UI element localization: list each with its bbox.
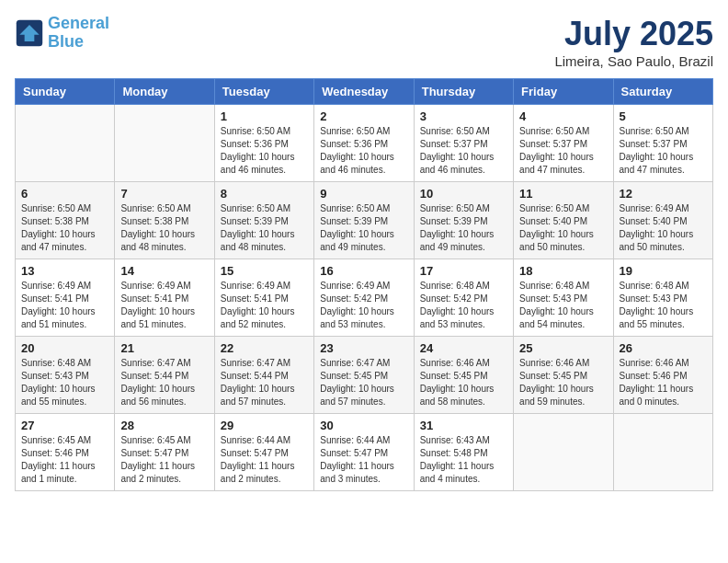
calendar-cell: 1Sunrise: 6:50 AM Sunset: 5:36 PM Daylig… (214, 105, 313, 182)
calendar-cell: 6Sunrise: 6:50 AM Sunset: 5:38 PM Daylig… (16, 182, 115, 259)
calendar-cell (514, 414, 613, 491)
day-info: Sunrise: 6:44 AM Sunset: 5:47 PM Dayligh… (221, 434, 308, 486)
calendar-cell: 11Sunrise: 6:50 AM Sunset: 5:40 PM Dayli… (514, 182, 613, 259)
calendar-cell: 5Sunrise: 6:50 AM Sunset: 5:37 PM Daylig… (613, 105, 712, 182)
location: Limeira, Sao Paulo, Brazil (554, 53, 713, 69)
calendar-cell: 27Sunrise: 6:45 AM Sunset: 5:46 PM Dayli… (16, 414, 115, 491)
calendar-cell: 13Sunrise: 6:49 AM Sunset: 5:41 PM Dayli… (16, 259, 115, 337)
day-number: 24 (420, 341, 507, 355)
calendar-week-5: 27Sunrise: 6:45 AM Sunset: 5:46 PM Dayli… (16, 414, 713, 491)
day-info: Sunrise: 6:50 AM Sunset: 5:37 PM Dayligh… (519, 125, 607, 177)
day-number: 28 (120, 419, 208, 432)
calendar-cell: 25Sunrise: 6:46 AM Sunset: 5:45 PM Dayli… (514, 337, 613, 414)
calendar-cell: 23Sunrise: 6:47 AM Sunset: 5:45 PM Dayli… (314, 337, 414, 414)
day-info: Sunrise: 6:49 AM Sunset: 5:42 PM Dayligh… (320, 280, 407, 331)
weekday-header-friday: Friday (514, 79, 613, 105)
day-number: 18 (519, 264, 607, 278)
day-info: Sunrise: 6:45 AM Sunset: 5:47 PM Dayligh… (120, 434, 208, 486)
day-info: Sunrise: 6:50 AM Sunset: 5:37 PM Dayligh… (620, 125, 707, 177)
day-number: 8 (221, 187, 308, 201)
calendar-cell: 20Sunrise: 6:48 AM Sunset: 5:43 PM Dayli… (16, 337, 115, 414)
day-number: 31 (420, 419, 507, 432)
day-number: 11 (519, 187, 607, 201)
day-info: Sunrise: 6:45 AM Sunset: 5:46 PM Dayligh… (21, 434, 108, 486)
logo-line2: Blue (48, 32, 84, 51)
page-header: General Blue July 2025 Limeira, Sao Paul… (15, 15, 713, 69)
calendar-week-1: 1Sunrise: 6:50 AM Sunset: 5:36 PM Daylig… (16, 105, 713, 182)
logo-line1: General (48, 14, 109, 32)
day-number: 12 (620, 187, 707, 201)
day-info: Sunrise: 6:46 AM Sunset: 5:45 PM Dayligh… (519, 357, 607, 408)
day-number: 27 (21, 419, 108, 432)
calendar-cell: 19Sunrise: 6:48 AM Sunset: 5:43 PM Dayli… (613, 259, 712, 337)
day-info: Sunrise: 6:49 AM Sunset: 5:40 PM Dayligh… (620, 202, 707, 254)
calendar-week-2: 6Sunrise: 6:50 AM Sunset: 5:38 PM Daylig… (16, 182, 713, 259)
calendar-cell: 17Sunrise: 6:48 AM Sunset: 5:42 PM Dayli… (414, 259, 513, 337)
calendar-week-3: 13Sunrise: 6:49 AM Sunset: 5:41 PM Dayli… (16, 259, 713, 337)
day-info: Sunrise: 6:50 AM Sunset: 5:40 PM Dayligh… (519, 202, 607, 254)
day-number: 1 (221, 109, 308, 123)
calendar-cell: 2Sunrise: 6:50 AM Sunset: 5:36 PM Daylig… (314, 105, 414, 182)
calendar-cell: 7Sunrise: 6:50 AM Sunset: 5:38 PM Daylig… (115, 182, 214, 259)
day-info: Sunrise: 6:47 AM Sunset: 5:45 PM Dayligh… (320, 357, 407, 408)
day-info: Sunrise: 6:50 AM Sunset: 5:39 PM Dayligh… (420, 202, 507, 254)
day-info: Sunrise: 6:50 AM Sunset: 5:38 PM Dayligh… (21, 202, 108, 254)
day-number: 16 (320, 264, 407, 278)
calendar-cell: 4Sunrise: 6:50 AM Sunset: 5:37 PM Daylig… (514, 105, 613, 182)
month-title: July 2025 (554, 15, 713, 53)
weekday-header-monday: Monday (115, 79, 214, 105)
calendar-week-4: 20Sunrise: 6:48 AM Sunset: 5:43 PM Dayli… (16, 337, 713, 414)
day-info: Sunrise: 6:46 AM Sunset: 5:45 PM Dayligh… (420, 357, 507, 408)
day-number: 10 (420, 187, 507, 201)
day-info: Sunrise: 6:49 AM Sunset: 5:41 PM Dayligh… (21, 280, 108, 331)
day-info: Sunrise: 6:50 AM Sunset: 5:39 PM Dayligh… (320, 202, 407, 254)
day-info: Sunrise: 6:46 AM Sunset: 5:46 PM Dayligh… (620, 357, 707, 408)
day-info: Sunrise: 6:50 AM Sunset: 5:37 PM Dayligh… (420, 125, 507, 177)
day-number: 3 (420, 109, 507, 123)
day-info: Sunrise: 6:48 AM Sunset: 5:42 PM Dayligh… (420, 280, 507, 331)
day-info: Sunrise: 6:48 AM Sunset: 5:43 PM Dayligh… (519, 280, 607, 331)
day-info: Sunrise: 6:49 AM Sunset: 5:41 PM Dayligh… (120, 280, 208, 331)
calendar-cell: 26Sunrise: 6:46 AM Sunset: 5:46 PM Dayli… (613, 337, 712, 414)
calendar-cell: 21Sunrise: 6:47 AM Sunset: 5:44 PM Dayli… (115, 337, 214, 414)
title-block: July 2025 Limeira, Sao Paulo, Brazil (554, 15, 713, 69)
calendar-cell: 10Sunrise: 6:50 AM Sunset: 5:39 PM Dayli… (414, 182, 513, 259)
day-info: Sunrise: 6:50 AM Sunset: 5:36 PM Dayligh… (221, 125, 308, 177)
day-number: 23 (320, 341, 407, 355)
calendar-cell: 30Sunrise: 6:44 AM Sunset: 5:47 PM Dayli… (314, 414, 414, 491)
weekday-header-sunday: Sunday (16, 79, 115, 105)
weekday-header-wednesday: Wednesday (314, 79, 414, 105)
calendar-cell: 31Sunrise: 6:43 AM Sunset: 5:48 PM Dayli… (414, 414, 513, 491)
day-number: 17 (420, 264, 507, 278)
day-info: Sunrise: 6:48 AM Sunset: 5:43 PM Dayligh… (620, 280, 707, 331)
calendar-cell: 16Sunrise: 6:49 AM Sunset: 5:42 PM Dayli… (314, 259, 414, 337)
calendar-cell: 28Sunrise: 6:45 AM Sunset: 5:47 PM Dayli… (115, 414, 214, 491)
day-number: 9 (320, 187, 407, 201)
day-number: 5 (620, 109, 707, 123)
day-number: 26 (620, 341, 707, 355)
day-info: Sunrise: 6:48 AM Sunset: 5:43 PM Dayligh… (21, 357, 108, 408)
day-info: Sunrise: 6:50 AM Sunset: 5:36 PM Dayligh… (320, 125, 407, 177)
day-number: 22 (221, 341, 308, 355)
day-number: 14 (120, 264, 208, 278)
day-number: 19 (620, 264, 707, 278)
calendar-cell: 29Sunrise: 6:44 AM Sunset: 5:47 PM Dayli… (214, 414, 313, 491)
logo-icon (15, 18, 44, 48)
weekday-header-row: SundayMondayTuesdayWednesdayThursdayFrid… (16, 79, 713, 105)
day-info: Sunrise: 6:50 AM Sunset: 5:39 PM Dayligh… (221, 202, 308, 254)
day-number: 4 (519, 109, 607, 123)
calendar-header: SundayMondayTuesdayWednesdayThursdayFrid… (16, 79, 713, 105)
calendar-cell: 14Sunrise: 6:49 AM Sunset: 5:41 PM Dayli… (115, 259, 214, 337)
day-info: Sunrise: 6:49 AM Sunset: 5:41 PM Dayligh… (221, 280, 308, 331)
day-number: 29 (221, 419, 308, 432)
day-number: 2 (320, 109, 407, 123)
day-info: Sunrise: 6:47 AM Sunset: 5:44 PM Dayligh… (120, 357, 208, 408)
calendar-cell: 9Sunrise: 6:50 AM Sunset: 5:39 PM Daylig… (314, 182, 414, 259)
calendar-cell: 22Sunrise: 6:47 AM Sunset: 5:44 PM Dayli… (214, 337, 313, 414)
calendar-cell (115, 105, 214, 182)
calendar-cell: 3Sunrise: 6:50 AM Sunset: 5:37 PM Daylig… (414, 105, 513, 182)
day-info: Sunrise: 6:44 AM Sunset: 5:47 PM Dayligh… (320, 434, 407, 486)
day-number: 21 (120, 341, 208, 355)
calendar-cell: 18Sunrise: 6:48 AM Sunset: 5:43 PM Dayli… (514, 259, 613, 337)
calendar-body: 1Sunrise: 6:50 AM Sunset: 5:36 PM Daylig… (16, 105, 713, 491)
